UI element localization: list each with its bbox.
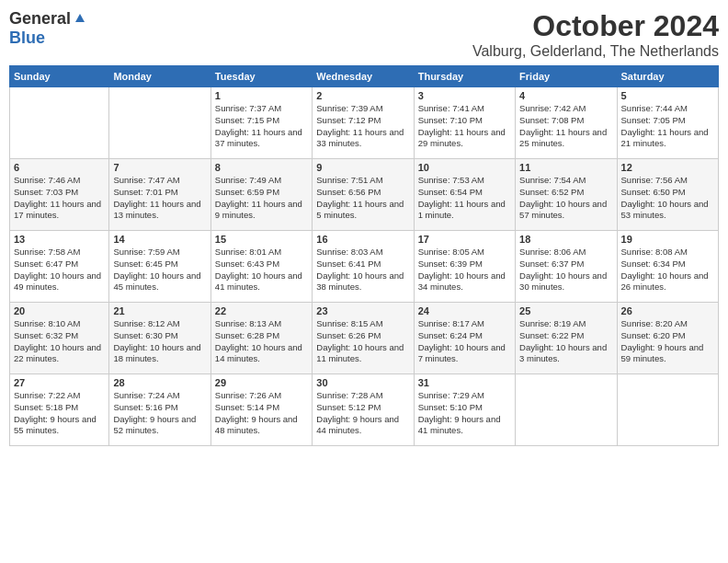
- calendar-cell: 13Sunrise: 7:58 AM Sunset: 6:47 PM Dayli…: [10, 231, 109, 303]
- day-number: 5: [621, 90, 714, 101]
- day-number: 3: [418, 90, 511, 101]
- day-info: Sunrise: 7:44 AM Sunset: 7:05 PM Dayligh…: [621, 103, 714, 150]
- column-header-wednesday: Wednesday: [313, 66, 414, 87]
- column-header-friday: Friday: [516, 66, 617, 87]
- day-info: Sunrise: 7:42 AM Sunset: 7:08 PM Dayligh…: [519, 103, 612, 150]
- calendar-cell: 29Sunrise: 7:26 AM Sunset: 5:14 PM Dayli…: [210, 374, 312, 446]
- day-number: 30: [316, 377, 409, 388]
- day-number: 15: [215, 234, 308, 245]
- day-number: 4: [519, 90, 612, 101]
- calendar-cell: 20Sunrise: 8:10 AM Sunset: 6:32 PM Dayli…: [10, 303, 109, 374]
- day-number: 20: [14, 305, 105, 316]
- day-number: 31: [418, 377, 511, 388]
- day-number: 17: [418, 234, 511, 245]
- day-info: Sunrise: 8:03 AM Sunset: 6:41 PM Dayligh…: [316, 247, 409, 293]
- calendar-cell: 16Sunrise: 8:03 AM Sunset: 6:41 PM Dayli…: [313, 231, 414, 303]
- day-info: Sunrise: 8:10 AM Sunset: 6:32 PM Dayligh…: [14, 318, 105, 365]
- column-header-tuesday: Tuesday: [210, 66, 312, 87]
- calendar-table: SundayMondayTuesdayWednesdayThursdayFrid…: [9, 65, 719, 446]
- day-info: Sunrise: 7:24 AM Sunset: 5:16 PM Dayligh…: [113, 390, 206, 437]
- calendar-cell: 21Sunrise: 8:12 AM Sunset: 6:30 PM Dayli…: [109, 303, 210, 374]
- calendar-cell: [516, 374, 617, 446]
- day-info: Sunrise: 8:17 AM Sunset: 6:24 PM Dayligh…: [418, 318, 511, 365]
- day-info: Sunrise: 8:12 AM Sunset: 6:30 PM Dayligh…: [113, 318, 206, 365]
- day-info: Sunrise: 7:46 AM Sunset: 7:03 PM Dayligh…: [14, 175, 105, 222]
- header-row: SundayMondayTuesdayWednesdayThursdayFrid…: [10, 66, 719, 87]
- calendar-cell: [10, 87, 109, 159]
- day-info: Sunrise: 8:20 AM Sunset: 6:20 PM Dayligh…: [621, 318, 714, 365]
- day-number: 9: [316, 162, 409, 173]
- column-header-saturday: Saturday: [617, 66, 718, 87]
- calendar-cell: 19Sunrise: 8:08 AM Sunset: 6:34 PM Dayli…: [617, 231, 718, 303]
- day-number: 26: [621, 305, 714, 316]
- calendar-cell: 1Sunrise: 7:37 AM Sunset: 7:15 PM Daylig…: [210, 87, 312, 159]
- day-info: Sunrise: 7:37 AM Sunset: 7:15 PM Dayligh…: [215, 103, 308, 150]
- day-number: 22: [215, 305, 308, 316]
- logo-triangle-icon: [72, 9, 88, 26]
- day-info: Sunrise: 7:26 AM Sunset: 5:14 PM Dayligh…: [215, 390, 308, 437]
- day-info: Sunrise: 7:41 AM Sunset: 7:10 PM Dayligh…: [418, 103, 511, 150]
- day-info: Sunrise: 8:06 AM Sunset: 6:37 PM Dayligh…: [519, 247, 612, 293]
- day-number: 25: [519, 305, 612, 316]
- day-info: Sunrise: 7:51 AM Sunset: 6:56 PM Dayligh…: [316, 175, 409, 222]
- calendar-week-4: 20Sunrise: 8:10 AM Sunset: 6:32 PM Dayli…: [10, 303, 719, 374]
- location-title: Valburg, Gelderland, The Netherlands: [472, 43, 719, 60]
- day-number: 7: [113, 162, 206, 173]
- calendar-cell: 10Sunrise: 7:53 AM Sunset: 6:54 PM Dayli…: [414, 159, 515, 231]
- day-number: 10: [418, 162, 511, 173]
- day-number: 8: [215, 162, 308, 173]
- calendar-cell: 8Sunrise: 7:49 AM Sunset: 6:59 PM Daylig…: [210, 159, 312, 231]
- calendar-header: SundayMondayTuesdayWednesdayThursdayFrid…: [10, 66, 719, 87]
- day-number: 14: [113, 234, 206, 245]
- page-header: General Blue October 2024 Valburg, Gelde…: [9, 9, 719, 60]
- day-info: Sunrise: 7:53 AM Sunset: 6:54 PM Dayligh…: [418, 175, 511, 222]
- day-info: Sunrise: 7:49 AM Sunset: 6:59 PM Dayligh…: [215, 175, 308, 222]
- calendar-cell: 22Sunrise: 8:13 AM Sunset: 6:28 PM Dayli…: [210, 303, 312, 374]
- calendar-cell: 2Sunrise: 7:39 AM Sunset: 7:12 PM Daylig…: [313, 87, 414, 159]
- calendar-cell: 25Sunrise: 8:19 AM Sunset: 6:22 PM Dayli…: [516, 303, 617, 374]
- calendar-cell: [109, 87, 210, 159]
- logo-blue-text: Blue: [9, 29, 45, 47]
- logo: General Blue: [9, 9, 88, 48]
- day-number: 16: [316, 234, 409, 245]
- day-info: Sunrise: 7:58 AM Sunset: 6:47 PM Dayligh…: [14, 247, 105, 293]
- calendar-cell: 15Sunrise: 8:01 AM Sunset: 6:43 PM Dayli…: [210, 231, 312, 303]
- calendar-cell: 9Sunrise: 7:51 AM Sunset: 6:56 PM Daylig…: [313, 159, 414, 231]
- title-section: October 2024 Valburg, Gelderland, The Ne…: [472, 9, 719, 60]
- day-number: 19: [621, 234, 714, 245]
- calendar-week-5: 27Sunrise: 7:22 AM Sunset: 5:18 PM Dayli…: [10, 374, 719, 446]
- calendar-cell: 26Sunrise: 8:20 AM Sunset: 6:20 PM Dayli…: [617, 303, 718, 374]
- calendar-cell: 17Sunrise: 8:05 AM Sunset: 6:39 PM Dayli…: [414, 231, 515, 303]
- day-number: 12: [621, 162, 714, 173]
- day-info: Sunrise: 8:15 AM Sunset: 6:26 PM Dayligh…: [316, 318, 409, 365]
- day-info: Sunrise: 7:29 AM Sunset: 5:10 PM Dayligh…: [418, 390, 511, 437]
- day-number: 6: [14, 162, 105, 173]
- calendar-cell: 14Sunrise: 7:59 AM Sunset: 6:45 PM Dayli…: [109, 231, 210, 303]
- calendar-week-1: 1Sunrise: 7:37 AM Sunset: 7:15 PM Daylig…: [10, 87, 719, 159]
- calendar-cell: 3Sunrise: 7:41 AM Sunset: 7:10 PM Daylig…: [414, 87, 515, 159]
- calendar-week-3: 13Sunrise: 7:58 AM Sunset: 6:47 PM Dayli…: [10, 231, 719, 303]
- calendar-cell: 23Sunrise: 8:15 AM Sunset: 6:26 PM Dayli…: [313, 303, 414, 374]
- day-number: 13: [14, 234, 105, 245]
- column-header-thursday: Thursday: [414, 66, 515, 87]
- day-info: Sunrise: 7:54 AM Sunset: 6:52 PM Dayligh…: [519, 175, 612, 222]
- day-info: Sunrise: 7:56 AM Sunset: 6:50 PM Dayligh…: [621, 175, 714, 222]
- day-number: 27: [14, 377, 105, 388]
- calendar-cell: 18Sunrise: 8:06 AM Sunset: 6:37 PM Dayli…: [516, 231, 617, 303]
- day-info: Sunrise: 8:01 AM Sunset: 6:43 PM Dayligh…: [215, 247, 308, 293]
- day-number: 21: [113, 305, 206, 316]
- day-number: 2: [316, 90, 409, 101]
- calendar-cell: 5Sunrise: 7:44 AM Sunset: 7:05 PM Daylig…: [617, 87, 718, 159]
- calendar-cell: [617, 374, 718, 446]
- calendar-cell: 7Sunrise: 7:47 AM Sunset: 7:01 PM Daylig…: [109, 159, 210, 231]
- day-info: Sunrise: 7:47 AM Sunset: 7:01 PM Dayligh…: [113, 175, 206, 222]
- day-info: Sunrise: 8:08 AM Sunset: 6:34 PM Dayligh…: [621, 247, 714, 293]
- day-number: 18: [519, 234, 612, 245]
- day-number: 11: [519, 162, 612, 173]
- day-info: Sunrise: 7:28 AM Sunset: 5:12 PM Dayligh…: [316, 390, 409, 437]
- day-info: Sunrise: 7:22 AM Sunset: 5:18 PM Dayligh…: [14, 390, 105, 437]
- calendar-cell: 11Sunrise: 7:54 AM Sunset: 6:52 PM Dayli…: [516, 159, 617, 231]
- calendar-cell: 28Sunrise: 7:24 AM Sunset: 5:16 PM Dayli…: [109, 374, 210, 446]
- day-number: 24: [418, 305, 511, 316]
- calendar-cell: 27Sunrise: 7:22 AM Sunset: 5:18 PM Dayli…: [10, 374, 109, 446]
